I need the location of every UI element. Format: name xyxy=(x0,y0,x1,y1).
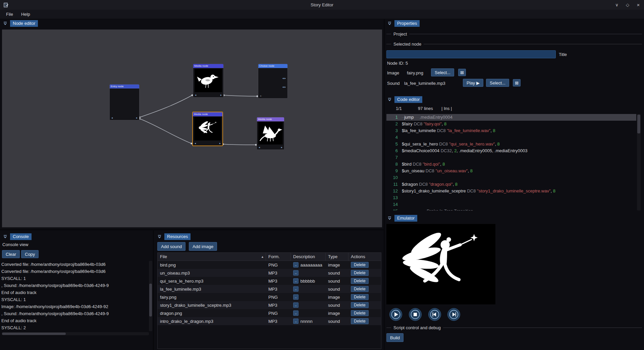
delete-button[interactable]: Delete xyxy=(351,286,369,292)
column-header-actions[interactable]: Actions xyxy=(348,253,381,260)
description-edit-button[interactable]: .. xyxy=(293,286,299,292)
image-clear-button[interactable]: ⊠ xyxy=(458,69,466,76)
image-select-button[interactable]: Select... xyxy=(431,68,454,76)
next-icon[interactable]: ▸ xyxy=(220,94,222,97)
delete-button[interactable]: Delete xyxy=(351,310,369,316)
code-line[interactable]: 15 -------- Drako le Tran Transition ---… xyxy=(386,208,636,211)
collapse-icon[interactable] xyxy=(3,234,8,239)
description-edit-button[interactable]: .. xyxy=(293,294,299,300)
code-line[interactable]: 10 xyxy=(386,174,636,181)
delete-button[interactable]: Delete xyxy=(351,294,369,300)
node-choice[interactable]: Choice node ◂ ▸ ◂ ▸ + xyxy=(258,64,288,99)
stop-button[interactable] xyxy=(409,308,422,321)
column-header-description[interactable]: Description xyxy=(291,253,326,260)
play-button[interactable] xyxy=(389,308,402,321)
add-choice-icon[interactable]: + xyxy=(260,95,262,98)
description-edit-button[interactable]: .. xyxy=(293,302,299,308)
next-icon[interactable]: ▸ xyxy=(136,116,138,119)
code-line[interactable]: 4 xyxy=(386,134,636,141)
column-header-file[interactable]: File ▲ xyxy=(158,253,266,260)
node-media-bird[interactable]: Media node ◂ ▸ xyxy=(193,64,224,98)
console-vscrollbar[interactable] xyxy=(149,261,152,331)
minimize-icon[interactable]: ∨ xyxy=(614,2,620,7)
code-line[interactable]: 8$bird DC8 "bird.qoi", 8 xyxy=(386,161,636,168)
description-edit-button[interactable]: .. xyxy=(293,270,299,276)
title-input[interactable] xyxy=(386,50,556,58)
table-row[interactable]: la_fee_luminelle.mp3MP3..soundDelete xyxy=(158,285,381,293)
prev-icon[interactable]: ◂ xyxy=(282,85,284,89)
description-edit-button[interactable]: .. xyxy=(293,318,299,324)
add-sound-button[interactable]: Add sound xyxy=(157,242,185,251)
node-controls[interactable]: ◂ ▸ xyxy=(260,85,286,89)
delete-button[interactable]: Delete xyxy=(351,278,369,284)
code-line[interactable]: 14 xyxy=(386,201,636,208)
node-entry[interactable]: Entry node ◂ ▸ xyxy=(109,84,140,120)
table-row[interactable]: intro_drako_le_dragon.mp3MP3..nnnnnsound… xyxy=(158,317,381,325)
collapse-icon[interactable] xyxy=(387,97,392,102)
code-line[interactable]: 11$dragon DC8 "dragon.qoi", 8 xyxy=(386,181,636,188)
scrollbar-thumb[interactable] xyxy=(637,115,640,133)
next-icon[interactable]: ▸ xyxy=(281,146,282,149)
code-line[interactable]: 3$la_fee_luminelle DC8 "la_fee_luminelle… xyxy=(386,127,636,134)
node-controls[interactable]: ◂ ▸ xyxy=(259,145,282,149)
node-editor-canvas[interactable]: Entry node ◂ ▸ Media node ◂ ▸ Choice nod… xyxy=(2,30,382,227)
node-controls[interactable]: ◂ ▸ xyxy=(195,141,221,145)
code-line[interactable]: 5$qui_sera_le_hero DC8 "qui_sera_le_hero… xyxy=(386,141,636,148)
description-edit-button[interactable]: .. xyxy=(293,310,299,316)
collapse-icon[interactable] xyxy=(387,216,392,221)
delete-button[interactable]: Delete xyxy=(351,318,369,324)
build-button[interactable]: Build xyxy=(386,333,404,342)
step-forward-button[interactable] xyxy=(447,308,461,321)
node-controls[interactable]: ◂ ▸ xyxy=(260,77,286,80)
description-edit-button[interactable]: .. xyxy=(293,262,299,268)
next-icon[interactable]: ▸ xyxy=(219,142,221,145)
code-scrollbar[interactable] xyxy=(637,114,641,211)
code-line[interactable]: 6$mediaChoice0004 DC32, 2, .mediaEntry00… xyxy=(386,148,636,154)
code-line[interactable]: 9$un_oiseau DC8 "un_oiseau.wav", 8 xyxy=(386,168,636,174)
node-controls[interactable]: ◂ ▸ xyxy=(111,116,138,119)
node-controls[interactable]: ◂ ▸ xyxy=(195,93,222,97)
next-icon[interactable]: ▸ xyxy=(284,77,286,80)
prev-icon[interactable]: ◂ xyxy=(259,146,260,149)
table-row[interactable]: bird.pngPNG..aaaaaaaaaimageDelete xyxy=(158,261,381,269)
table-row[interactable]: story1_drako_luminelle_sceptre.mp3MP3..s… xyxy=(158,301,381,309)
prev-icon[interactable]: ◂ xyxy=(111,116,113,119)
delete-button[interactable]: Delete xyxy=(351,262,369,268)
collapse-icon[interactable] xyxy=(157,234,162,239)
node-media-dragon[interactable]: Media node ◂ ▸ xyxy=(257,117,284,150)
collapse-icon[interactable] xyxy=(387,21,392,26)
sound-select-button[interactable]: Select... xyxy=(486,79,509,87)
table-row[interactable]: dragon.pngPNG..imageDelete xyxy=(158,309,381,317)
code-line[interactable]: 13 xyxy=(386,194,636,201)
prev-icon[interactable]: ◂ xyxy=(282,77,284,80)
sound-clear-button[interactable]: ⊠ xyxy=(513,79,521,86)
clear-button[interactable]: Clear xyxy=(2,250,20,258)
close-icon[interactable]: × xyxy=(635,2,641,8)
maximize-icon[interactable]: ◇ xyxy=(625,2,631,7)
console-lines[interactable]: Converted file: /home/anthony/ostproj/ba… xyxy=(1,261,148,331)
code-line[interactable]: 7 xyxy=(386,154,636,161)
column-header-type[interactable]: Type xyxy=(326,253,348,260)
description-edit-button[interactable]: .. xyxy=(293,278,299,284)
code-line[interactable]: 12$story1_drako_luminelle_sceptre DC8 "s… xyxy=(386,188,636,194)
scrollbar-thumb[interactable] xyxy=(2,333,66,335)
column-header-format[interactable]: Form. xyxy=(266,253,291,260)
menu-file[interactable]: File xyxy=(3,10,16,18)
code-line[interactable]: 2$fairy DC8 "fairy.qoi", 8 xyxy=(386,121,636,127)
table-row[interactable]: qui_sera_le_hero.mp3MP3..bbbbbbsoundDele… xyxy=(158,277,381,285)
code-line[interactable]: 1–jump····.mediaEntry0004 xyxy=(386,114,636,121)
table-row[interactable]: un_oiseau.mp3MP3..soundDelete xyxy=(158,269,381,277)
prev-icon[interactable]: ◂ xyxy=(195,94,196,97)
scrollbar-thumb[interactable] xyxy=(149,284,152,316)
table-row[interactable]: fairy.pngPNG..imageDelete xyxy=(158,293,381,301)
code-lines[interactable]: 1–jump····.mediaEntry00042$fairy DC8 "fa… xyxy=(386,114,636,211)
node-media-fairy[interactable]: Media node ◂ ▸ xyxy=(192,112,223,146)
collapse-icon[interactable] xyxy=(3,21,8,26)
sound-play-button[interactable]: Play ▶ xyxy=(463,79,483,87)
delete-button[interactable]: Delete xyxy=(351,270,369,276)
delete-button[interactable]: Delete xyxy=(351,302,369,308)
console-hscrollbar[interactable] xyxy=(2,332,149,335)
prev-icon[interactable]: ◂ xyxy=(195,142,196,145)
step-back-button[interactable] xyxy=(428,308,441,321)
menu-help[interactable]: Help xyxy=(18,10,34,18)
